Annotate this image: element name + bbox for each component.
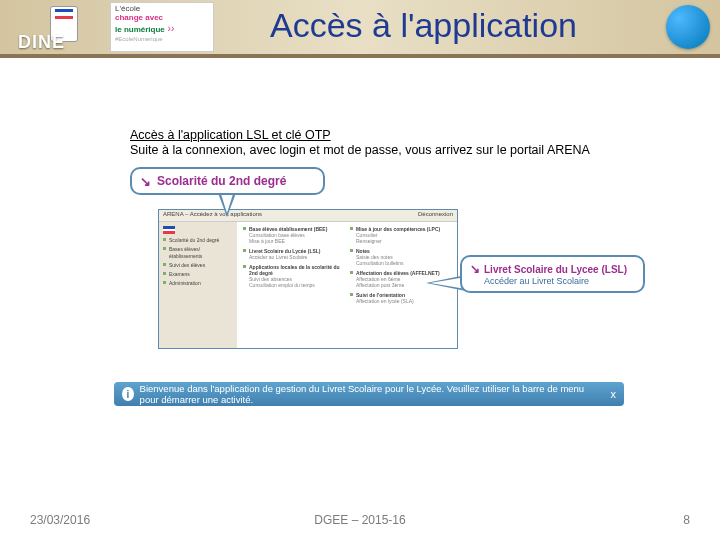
arena-col-1: Base élèves établissement (BEE)Consultat… [243, 226, 344, 344]
info-icon: i [122, 387, 134, 401]
arena-portal-screenshot: ARENA – Accédez à vos applications Décon… [158, 209, 458, 349]
arena-group-ln: Accéder au Livret Scolaire [243, 254, 344, 260]
arena-side-item: Administration [163, 280, 233, 287]
welcome-banner: i Bienvenue dans l'application de gestio… [114, 382, 624, 406]
slide-header: DINE L'école change avec le numérique ››… [0, 0, 720, 58]
arena-group-hd: Base élèves établissement (BEE) [243, 226, 344, 232]
slide-content: Accès à l'application LSL et clé OTP Sui… [0, 58, 720, 352]
ecole-sub: #EcoleNumerique [115, 36, 209, 43]
section-subtext: Suite à la connexion, avec login et mot … [130, 143, 680, 157]
welcome-text: Bienvenue dans l'application de gestion … [140, 383, 605, 405]
arena-group-hd: Applications locales de la scolarité du … [243, 264, 344, 276]
arrow-down-right-icon: ↘ [140, 174, 151, 189]
arena-group-ln: Consultation bulletins [350, 260, 451, 266]
portal-illustration: ↘ Scolarité du 2nd degré ARENA – Accédez… [130, 167, 610, 352]
slide-footer: 23/03/2016 DGEE – 2015-16 8 [0, 510, 720, 530]
ecole-numerique-box: L'école change avec le numérique ›› #Eco… [110, 2, 214, 52]
arena-group-ln: Consultation emploi du temps [243, 282, 344, 288]
ecole-line1: L'école [115, 4, 140, 13]
arena-side-item: Bases élèves/établissements [163, 246, 233, 260]
callout-scolarite: ↘ Scolarité du 2nd degré [130, 167, 325, 195]
globe-icon [666, 5, 710, 49]
arena-group-ln: Renseigner [350, 238, 451, 244]
callout-lsl-line2: Accéder au Livret Scolaire [484, 276, 635, 286]
arena-group-ln: Mise à jour BEE [243, 238, 344, 244]
footer-page: 8 [683, 513, 690, 527]
arena-side-item: Suivi des élèves [163, 262, 233, 269]
dine-logo-text: DINE [18, 32, 65, 53]
ecole-line2: change avec [115, 13, 163, 22]
arena-title: ARENA – Accédez à vos applications [163, 211, 262, 220]
arena-logout: Déconnexion [418, 211, 453, 220]
callout-lsl: ↘Livret Scolaire du Lycee (LSL) Accéder … [460, 255, 645, 293]
callout-scolarite-text: Scolarité du 2nd degré [157, 174, 286, 188]
section-heading: Accès à l'application LSL et clé OTP [130, 128, 680, 142]
arena-group-hd: Livret Scolaire du Lycée (LSL) [243, 248, 344, 254]
arena-group-hd: Mise à jour des compétences (LPC) [350, 226, 451, 232]
ecole-line3: le numérique [115, 25, 165, 34]
callout-scolarite-pointer [218, 193, 236, 217]
callout-lsl-line1: Livret Scolaire du Lycee (LSL) [484, 264, 627, 275]
close-icon[interactable]: x [611, 388, 617, 400]
arena-group-hd: Notes [350, 248, 451, 254]
arena-main: Base élèves établissement (BEE)Consultat… [237, 222, 457, 348]
arena-side-item: Scolarité du 2nd degré [163, 237, 233, 244]
slide-title: Accès à l'application [270, 6, 577, 45]
fr-flag-icon [163, 226, 175, 234]
footer-date: 23/03/2016 [30, 513, 90, 527]
arena-side-item: Examens [163, 271, 233, 278]
arena-body: Scolarité du 2nd degré Bases élèves/étab… [159, 222, 457, 348]
arena-header: ARENA – Accédez à vos applications Décon… [159, 210, 457, 222]
arrow-down-right-icon: ↘ [470, 262, 480, 276]
arena-sidebar: Scolarité du 2nd degré Bases élèves/étab… [159, 222, 237, 348]
footer-center: DGEE – 2015-16 [314, 513, 405, 527]
arena-group-ln: Affectation en lycée (SLA) [350, 298, 451, 304]
ecole-arrows: ›› [165, 23, 174, 34]
